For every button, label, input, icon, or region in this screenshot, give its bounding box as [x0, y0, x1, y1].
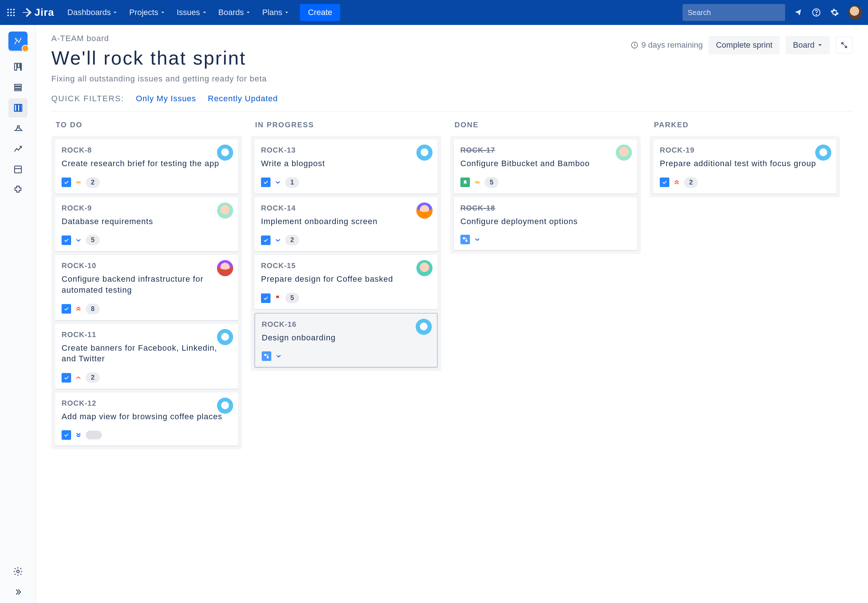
sidebar-settings-icon[interactable]: [8, 562, 28, 581]
issue-key[interactable]: ROCK-15: [261, 261, 431, 270]
issue-title: Configure backend infrastructure for aut…: [62, 274, 232, 295]
issue-key[interactable]: ROCK-12: [62, 399, 232, 408]
issue-key[interactable]: ROCK-8: [62, 146, 232, 155]
svg-rect-20: [14, 105, 17, 111]
column: TO DOROCK-8Create research brief for tes…: [51, 121, 242, 594]
issue-card[interactable]: ROCK-16Design onboarding: [254, 313, 438, 368]
help-icon[interactable]: [809, 5, 824, 20]
issue-key[interactable]: ROCK-18: [460, 204, 631, 212]
filter-only-my-issues[interactable]: Only My Issues: [136, 94, 196, 104]
column-body[interactable]: ROCK-8Create research brief for testing …: [51, 136, 242, 449]
breadcrumb[interactable]: A-TEAM board: [51, 34, 631, 43]
card-footer: 2: [62, 177, 232, 188]
issue-card[interactable]: ROCK-19Prepare additional test with focu…: [653, 139, 837, 194]
task-type-icon: [62, 430, 71, 440]
sidebar: [0, 25, 36, 603]
issue-title: Configure deployment options: [460, 216, 631, 227]
create-button[interactable]: Create: [300, 4, 340, 21]
svg-rect-27: [76, 182, 81, 182]
user-avatar[interactable]: [848, 6, 862, 19]
sidebar-expand-icon[interactable]: [8, 583, 28, 601]
issue-card[interactable]: ROCK-9Database requirements5: [55, 197, 238, 252]
issue-key[interactable]: ROCK-14: [261, 204, 431, 212]
assignee-avatar[interactable]: [217, 397, 233, 414]
sidebar-sprints-icon[interactable]: [8, 78, 28, 97]
svg-rect-16: [20, 63, 21, 70]
issue-card[interactable]: ROCK-15Prepare design for Coffee basked5: [254, 255, 438, 309]
expand-icon: [840, 42, 848, 49]
issue-key[interactable]: ROCK-16: [262, 320, 430, 329]
jira-logo[interactable]: Jira: [22, 6, 54, 19]
priority-lowest-icon: [75, 431, 82, 439]
issue-key[interactable]: ROCK-17: [460, 146, 631, 155]
assignee-avatar[interactable]: [616, 144, 632, 161]
assignee-avatar[interactable]: [416, 319, 432, 335]
assignee-avatar[interactable]: [217, 203, 233, 219]
sidebar-addons-icon[interactable]: [8, 181, 28, 199]
story-points-badge: 2: [684, 177, 698, 188]
issue-card[interactable]: ROCK-11Create banners for Facebook, Link…: [55, 324, 238, 389]
sidebar-releases-icon[interactable]: [8, 119, 28, 138]
svg-rect-34: [466, 240, 467, 242]
nav-boards[interactable]: Boards: [213, 5, 256, 20]
priority-highest-icon: [673, 179, 680, 186]
notifications-icon[interactable]: [790, 5, 806, 20]
issue-key[interactable]: ROCK-19: [660, 146, 830, 155]
svg-rect-0: [7, 9, 9, 10]
priority-low-icon: [274, 237, 282, 244]
nav-issues[interactable]: Issues: [171, 5, 212, 20]
nav-dashboards[interactable]: Dashboards: [62, 5, 123, 20]
issue-key[interactable]: ROCK-13: [261, 146, 431, 155]
filter-recently-updated[interactable]: Recently Updated: [208, 94, 278, 104]
priority-medium-icon: [75, 179, 82, 186]
issue-title: Prepare additional test with focus group: [660, 158, 830, 169]
page-title: We'll rock that sprint: [51, 47, 631, 69]
issue-card[interactable]: ROCK-10Configure backend infrastructure …: [55, 255, 238, 320]
column-body[interactable]: ROCK-17Configure Bitbucket and Bamboo5RO…: [450, 136, 641, 254]
apps-menu-icon[interactable]: [3, 5, 19, 20]
issue-card[interactable]: ROCK-17Configure Bitbucket and Bamboo5: [454, 139, 637, 194]
nav-plans[interactable]: Plans: [257, 5, 294, 20]
subtask-type-icon: [262, 351, 271, 361]
view-switch-button[interactable]: Board: [786, 36, 830, 54]
sidebar-pages-icon[interactable]: [8, 160, 28, 179]
sidebar-reports-icon[interactable]: [8, 139, 28, 158]
issue-key[interactable]: ROCK-9: [62, 204, 232, 212]
card-footer: 5: [261, 293, 431, 303]
sidebar-backlog-icon[interactable]: [8, 57, 28, 76]
issue-key[interactable]: ROCK-10: [62, 261, 232, 270]
issue-card[interactable]: ROCK-13Write a blogpost1: [254, 139, 438, 194]
svg-point-13: [15, 38, 17, 40]
assignee-avatar[interactable]: [416, 144, 433, 161]
days-remaining: 9 days remaining: [631, 40, 703, 50]
issue-title: Configure Bitbucket and Bamboo: [460, 158, 631, 169]
issue-card[interactable]: ROCK-14Implement onboarding screen2: [254, 197, 438, 252]
story-points-badge: 8: [86, 304, 100, 314]
svg-point-25: [17, 571, 19, 573]
sidebar-board-icon[interactable]: [8, 98, 28, 118]
priority-high-icon: [75, 374, 82, 382]
settings-icon[interactable]: [827, 5, 842, 20]
svg-rect-1: [10, 9, 12, 10]
nav-projects[interactable]: Projects: [124, 5, 170, 20]
column-body[interactable]: ROCK-19Prepare additional test with focu…: [649, 136, 840, 197]
assignee-avatar[interactable]: [217, 144, 233, 161]
assignee-avatar[interactable]: [416, 203, 433, 219]
fullscreen-button[interactable]: [836, 37, 853, 54]
story-points-badge: 1: [285, 177, 299, 188]
assignee-avatar[interactable]: [815, 144, 831, 161]
column: IN PROGRESSROCK-13Write a blogpost1ROCK-…: [251, 121, 441, 594]
task-type-icon: [261, 178, 270, 187]
search-box[interactable]: [683, 4, 785, 21]
issue-card[interactable]: ROCK-12Add map view for browsing coffee …: [55, 393, 238, 446]
svg-rect-4: [10, 12, 12, 13]
issue-key[interactable]: ROCK-11: [62, 331, 232, 339]
project-icon[interactable]: [8, 31, 28, 51]
column-body[interactable]: ROCK-13Write a blogpost1ROCK-14Implement…: [251, 136, 441, 371]
task-type-icon: [261, 235, 270, 245]
issue-card[interactable]: ROCK-8Create research brief for testing …: [55, 139, 238, 194]
complete-sprint-button[interactable]: Complete sprint: [709, 36, 780, 54]
issue-card[interactable]: ROCK-18Configure deployment options: [454, 197, 637, 250]
assignee-avatar[interactable]: [217, 329, 233, 345]
search-input[interactable]: [688, 8, 780, 17]
